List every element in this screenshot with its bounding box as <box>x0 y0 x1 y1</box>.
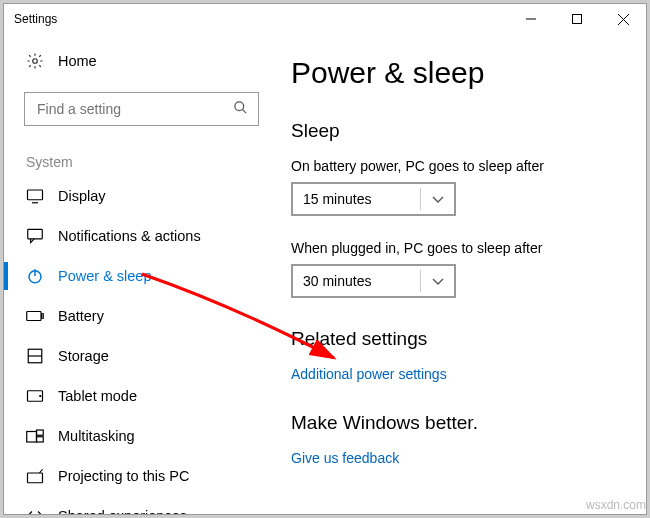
svg-rect-20 <box>37 437 44 442</box>
watermark: wsxdn.com <box>586 498 646 512</box>
sidebar-item-label: Multitasking <box>58 428 135 444</box>
multitasking-icon <box>26 427 44 445</box>
sidebar-item-label: Notifications & actions <box>58 228 201 244</box>
sidebar-item-label: Projecting to this PC <box>58 468 189 484</box>
storage-icon <box>26 347 44 365</box>
search-input[interactable] <box>24 92 259 126</box>
battery-sleep-value: 15 minutes <box>303 191 371 207</box>
svg-point-17 <box>40 395 41 396</box>
page-title: Power & sleep <box>291 56 616 90</box>
display-icon <box>26 187 44 205</box>
sidebar: Home System Display Notifications & <box>4 34 269 515</box>
settings-window: Settings Home <box>3 3 647 515</box>
main-panel: Power & sleep Sleep On battery power, PC… <box>269 34 646 515</box>
sidebar-item-power-sleep[interactable]: Power & sleep <box>4 256 269 296</box>
search-field[interactable] <box>35 100 233 118</box>
gear-icon <box>26 52 44 70</box>
sidebar-item-notifications[interactable]: Notifications & actions <box>4 216 269 256</box>
sidebar-item-label: Display <box>58 188 106 204</box>
sidebar-item-projecting[interactable]: Projecting to this PC <box>4 456 269 496</box>
feedback-link[interactable]: Give us feedback <box>291 450 616 466</box>
feedback-heading: Make Windows better. <box>291 412 616 434</box>
sidebar-item-label: Battery <box>58 308 104 324</box>
plugged-sleep-select[interactable]: 30 minutes <box>291 264 456 298</box>
sidebar-item-label: Tablet mode <box>58 388 137 404</box>
plugged-sleep-label: When plugged in, PC goes to sleep after <box>291 240 616 256</box>
home-label: Home <box>58 53 97 69</box>
sidebar-item-storage[interactable]: Storage <box>4 336 269 376</box>
battery-sleep-label: On battery power, PC goes to sleep after <box>291 158 616 174</box>
sidebar-item-label: Power & sleep <box>58 268 152 284</box>
tablet-icon <box>26 387 44 405</box>
svg-rect-7 <box>28 190 43 200</box>
sleep-heading: Sleep <box>291 120 616 142</box>
sidebar-item-multitasking[interactable]: Multitasking <box>4 416 269 456</box>
related-heading: Related settings <box>291 328 616 350</box>
svg-point-4 <box>33 59 38 64</box>
window-body: Home System Display Notifications & <box>4 34 646 515</box>
svg-rect-9 <box>28 229 43 238</box>
chevron-down-icon <box>432 191 444 207</box>
title-bar: Settings <box>4 4 646 34</box>
maximize-button[interactable] <box>554 4 600 34</box>
sidebar-item-label: Shared experiences <box>58 508 187 515</box>
window-title: Settings <box>14 12 57 26</box>
select-divider <box>420 270 421 292</box>
shared-icon <box>26 507 44 515</box>
sidebar-item-shared[interactable]: Shared experiences <box>4 496 269 515</box>
minimize-button[interactable] <box>508 4 554 34</box>
chevron-down-icon <box>432 273 444 289</box>
related-settings-section: Related settings Additional power settin… <box>291 328 616 382</box>
sidebar-item-label: Storage <box>58 348 109 364</box>
home-button[interactable]: Home <box>4 44 269 78</box>
svg-rect-18 <box>27 432 37 443</box>
svg-rect-1 <box>573 15 582 24</box>
power-icon <box>26 267 44 285</box>
sidebar-item-battery[interactable]: Battery <box>4 296 269 336</box>
battery-icon <box>26 307 44 325</box>
plugged-sleep-value: 30 minutes <box>303 273 371 289</box>
svg-rect-12 <box>27 312 41 321</box>
select-divider <box>420 188 421 210</box>
window-controls <box>508 4 646 34</box>
additional-power-settings-link[interactable]: Additional power settings <box>291 366 616 382</box>
svg-rect-19 <box>37 430 44 435</box>
svg-rect-21 <box>28 473 43 483</box>
svg-point-5 <box>235 101 244 110</box>
sidebar-item-display[interactable]: Display <box>4 176 269 216</box>
projecting-icon <box>26 467 44 485</box>
chat-icon <box>26 227 44 245</box>
search-icon <box>233 100 248 119</box>
sidebar-item-tablet-mode[interactable]: Tablet mode <box>4 376 269 416</box>
svg-rect-13 <box>42 314 44 319</box>
nav-group-system: System <box>26 154 269 170</box>
close-button[interactable] <box>600 4 646 34</box>
svg-line-6 <box>242 109 246 113</box>
feedback-section: Make Windows better. Give us feedback <box>291 412 616 466</box>
battery-sleep-select[interactable]: 15 minutes <box>291 182 456 216</box>
